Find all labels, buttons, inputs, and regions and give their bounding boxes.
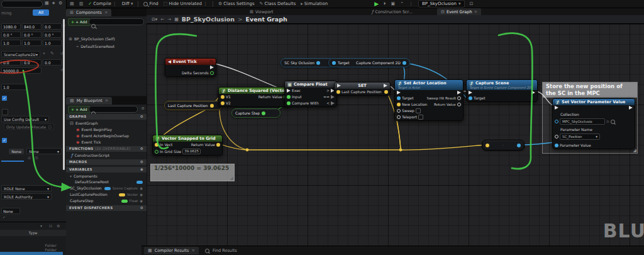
node-distance-squared[interactable]: ƒDistance Squared (Vector) V1Return Valu… bbox=[218, 87, 290, 107]
exec-out-pin[interactable] bbox=[629, 106, 633, 110]
object-out-pin[interactable] bbox=[517, 144, 521, 147]
sweep-hit-result-pin[interactable] bbox=[457, 96, 461, 100]
folder-icon[interactable]: ⊡ bbox=[470, 1, 474, 6]
checkbox-checked[interactable]: ✓ bbox=[2, 96, 7, 101]
exec-out-pin[interactable] bbox=[384, 84, 387, 88]
exec-in-pin[interactable] bbox=[287, 89, 291, 93]
variable-row[interactable]: LastCapturePositionVector◉ bbox=[70, 192, 143, 197]
compile-options-icon[interactable]: ⋮ bbox=[113, 1, 117, 6]
equal-exec-pin[interactable] bbox=[331, 95, 335, 99]
functions-section-header[interactable]: FUNCTIONS (20 OVERRIDABLE)⚙ bbox=[66, 146, 147, 152]
reroute-node[interactable] bbox=[399, 149, 402, 152]
variables-section-header[interactable]: VARIABLES⊕ bbox=[66, 167, 147, 173]
gear-icon[interactable]: ⚙ bbox=[142, 106, 145, 110]
comment-mpc-title[interactable]: Store the new position of the SC in the … bbox=[543, 82, 637, 98]
resize-grip[interactable]: ◢ bbox=[230, 176, 233, 181]
stop-button[interactable]: ▣ bbox=[391, 1, 396, 6]
folder-icon[interactable]: ⊡ bbox=[49, 224, 52, 228]
eventgraph-item[interactable]: ⊟EventGraph bbox=[70, 121, 97, 126]
vector-y-field[interactable]: 0.0 bbox=[22, 59, 42, 65]
sweep-checkbox[interactable] bbox=[416, 108, 421, 113]
event-tick-item[interactable]: ◈Event Tick bbox=[76, 140, 101, 145]
none-dropdown[interactable]: None▾ bbox=[26, 148, 62, 154]
comment-box-calc[interactable]: 1/256*10000 = 39.0625 ◢ bbox=[150, 164, 235, 181]
details-scrollbar[interactable] bbox=[63, 19, 65, 170]
comment-calc-title[interactable]: 1/256*10000 = 39.0625 bbox=[151, 164, 234, 173]
macros-section-header[interactable]: MACROS⚙ bbox=[66, 159, 147, 165]
exec-out-pin[interactable] bbox=[457, 91, 461, 94]
add-component-button[interactable]: + + Add bbox=[68, 18, 91, 26]
grid-icon[interactable]: ▦ bbox=[45, 1, 49, 6]
role-authority-dropdown[interactable]: ROLE Authority▾ bbox=[1, 193, 52, 200]
compare-with-pin[interactable] bbox=[287, 101, 291, 105]
target-in-pin[interactable] bbox=[332, 61, 336, 65]
v1-pin[interactable] bbox=[221, 95, 225, 99]
variables-components-group[interactable]: ▾Components bbox=[70, 174, 97, 179]
tab-my-blueprint[interactable]: ▤My Blueprint✕ bbox=[66, 97, 112, 105]
exec-out-pin[interactable] bbox=[531, 91, 535, 94]
node-set-vector-parameter-value[interactable]: ƒSet Vector Parameter Value Collection M… bbox=[552, 98, 635, 149]
variable-row[interactable]: CaptureStepFloat◉ bbox=[70, 198, 143, 203]
return-value-pin[interactable] bbox=[216, 143, 220, 147]
components-search-input[interactable] bbox=[89, 18, 144, 25]
component-root-item[interactable]: ⊛BP_SkyOclusion (Self) bbox=[69, 37, 115, 42]
diff-button[interactable]: Diff▾ bbox=[122, 1, 133, 6]
vector-z-field[interactable]: 0.0 bbox=[43, 59, 62, 65]
gear-icon[interactable]: ⚙ bbox=[58, 1, 62, 6]
forward-arrow-icon[interactable]: → bbox=[167, 17, 171, 22]
parameter-value-pin[interactable] bbox=[555, 144, 558, 147]
browse-icon[interactable]: ▥ bbox=[79, 1, 84, 6]
hide-unrelated-button[interactable]: ⬚Hide Unrelated⋮ bbox=[164, 1, 208, 6]
breadcrumb-root[interactable]: BP_SkyOclusion bbox=[182, 16, 235, 23]
sweep-pin[interactable] bbox=[397, 109, 401, 113]
save-icon[interactable]: ▤ bbox=[70, 1, 74, 6]
grid-size-value-field[interactable]: 39.0625 bbox=[182, 149, 201, 154]
event-dispatchers-section-header[interactable]: EVENT DISPATCHERS⚙ bbox=[66, 205, 147, 211]
node-compare-float-header[interactable]: ▦Compare Float bbox=[285, 81, 336, 88]
only-update-dropdown[interactable]: Only Update Allocate☐ bbox=[4, 123, 54, 130]
tab-compiler-results[interactable]: ▦Compiler Results✕ bbox=[144, 247, 199, 254]
variable-row[interactable]: DefaultSceneRoot bbox=[75, 179, 143, 184]
node-get-capture-component-2d[interactable]: TargetCapture Component 2D bbox=[328, 58, 410, 67]
in-grid-size-pin[interactable] bbox=[155, 150, 158, 154]
collection-pin[interactable] bbox=[555, 120, 558, 123]
scale-x-field[interactable]: 1.0 bbox=[1, 40, 21, 46]
close-icon[interactable]: ✕ bbox=[104, 10, 108, 15]
node-set-actor-location-header[interactable]: ƒSet Actor LocationTarget is Actor bbox=[395, 80, 463, 90]
node-svpv-header[interactable]: ƒSet Vector Parameter Value bbox=[553, 99, 635, 105]
target-icon[interactable]: ⊙ bbox=[28, 156, 31, 160]
component-out-pin[interactable] bbox=[402, 61, 406, 65]
gear-icon[interactable]: ⚙ bbox=[140, 146, 143, 152]
scale-y-field[interactable]: 1.0 bbox=[22, 40, 42, 46]
collection-dropdown[interactable]: MPC_SkyOcclusio bbox=[560, 118, 605, 125]
outliner-row-folder[interactable]: Folder bbox=[0, 243, 57, 247]
tab-find-results[interactable]: Find Results bbox=[205, 248, 237, 253]
close-icon[interactable]: ✕ bbox=[105, 98, 108, 103]
tab-construction-script[interactable]: ƒConstruction Scr... bbox=[368, 8, 416, 15]
scale-z-field[interactable]: 1.0 bbox=[43, 40, 62, 46]
copy-icon[interactable]: ⎘ bbox=[35, 156, 38, 161]
variable-row[interactable]: SC_SkyOcclusionScene Capture◉ bbox=[70, 186, 143, 191]
gear-icon[interactable]: ⚙ bbox=[140, 205, 143, 211]
close-icon[interactable]: ✕ bbox=[191, 248, 194, 253]
location-x-field[interactable]: 1080.0 bbox=[1, 23, 21, 30]
parameter-name-pin[interactable] bbox=[555, 135, 558, 139]
gear-icon[interactable]: ⚙ bbox=[140, 159, 143, 165]
value-field[interactable]: 1.0 bbox=[1, 84, 26, 90]
star-icon[interactable]: ★ bbox=[52, 1, 55, 6]
tab-event-graph[interactable]: ⊟Event Graph✕ bbox=[437, 8, 481, 15]
node-distance-squared-header[interactable]: ƒDistance Squared (Vector) bbox=[219, 88, 289, 94]
chevron-down-icon[interactable]: ▾ bbox=[40, 224, 42, 228]
rotation-y-field[interactable]: 0.0 ° bbox=[22, 31, 42, 38]
event-beginplay-item[interactable]: ◈Event BeginPlay bbox=[76, 127, 112, 132]
rotation-z-field[interactable]: 0.0 ° bbox=[43, 31, 62, 38]
less-exec-pin[interactable] bbox=[331, 101, 335, 105]
outliner-row-folder[interactable]: Folder bbox=[0, 247, 57, 252]
eye-icon[interactable]: ◉ bbox=[140, 192, 143, 197]
node-get-last-capture-position[interactable]: Last Capture Position bbox=[164, 101, 222, 110]
vector-in-pin[interactable] bbox=[486, 144, 489, 147]
class-dropdown[interactable]: SceneCapture2D▾ bbox=[1, 51, 40, 57]
float-out-pin[interactable] bbox=[262, 111, 265, 115]
eject-button[interactable]: ⌃ bbox=[400, 1, 404, 6]
object-out-pin[interactable] bbox=[316, 61, 320, 65]
